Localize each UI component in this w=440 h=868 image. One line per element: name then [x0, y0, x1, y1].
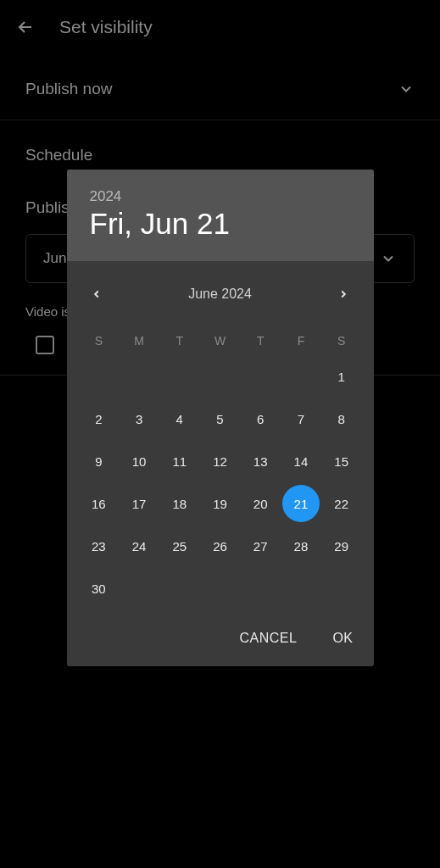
month-nav: June 2024	[67, 261, 374, 312]
day-cell[interactable]: 22	[321, 488, 362, 519]
weekday-label: M	[119, 327, 159, 354]
day-cell[interactable]: 5	[200, 403, 241, 434]
day-cell[interactable]: 16	[79, 488, 120, 519]
day-cell[interactable]: 8	[321, 403, 362, 434]
day-cell[interactable]: 11	[159, 446, 200, 476]
ok-button[interactable]: OK	[332, 631, 353, 646]
year-text[interactable]: 2024	[90, 188, 351, 205]
day-cell[interactable]: 3	[119, 403, 159, 434]
day-cell[interactable]: 2	[79, 403, 120, 434]
day-cell[interactable]: 6	[240, 403, 281, 434]
day-cell[interactable]: 30	[79, 573, 120, 604]
day-cell[interactable]: 17	[119, 488, 159, 519]
date-picker-header: 2024 Fri, Jun 21	[67, 170, 374, 261]
day-cell[interactable]: 26	[200, 531, 241, 561]
day-empty	[119, 361, 159, 392]
day-cell[interactable]: 23	[79, 531, 120, 561]
day-cell[interactable]: 20	[240, 488, 281, 519]
weekdays-row: SMTWTFS	[67, 312, 374, 354]
day-empty	[79, 361, 120, 392]
selected-date-text[interactable]: Fri, Jun 21	[90, 207, 351, 241]
day-cell[interactable]: 12	[200, 446, 241, 476]
day-empty	[240, 361, 281, 392]
date-picker: 2024 Fri, Jun 21 June 2024 SMTWTFS 12345…	[67, 170, 374, 666]
day-cell[interactable]: 24	[119, 531, 159, 561]
weekday-label: S	[321, 327, 362, 354]
weekday-label: S	[79, 327, 120, 354]
month-label: June 2024	[188, 287, 252, 302]
day-cell[interactable]: 19	[200, 488, 241, 519]
day-cell[interactable]: 27	[240, 531, 281, 561]
weekday-label: W	[200, 327, 241, 354]
day-cell[interactable]: 14	[281, 446, 321, 476]
weekday-label: T	[159, 327, 200, 354]
day-cell[interactable]: 18	[159, 488, 200, 519]
day-cell[interactable]: 4	[159, 403, 200, 434]
weekday-label: T	[240, 327, 281, 354]
prev-month-button[interactable]	[86, 283, 108, 305]
day-cell[interactable]: 1	[321, 361, 362, 392]
day-cell[interactable]: 15	[321, 446, 362, 476]
day-empty	[200, 361, 241, 392]
day-cell[interactable]: 9	[79, 446, 120, 476]
day-cell[interactable]: 7	[281, 403, 321, 434]
next-month-button[interactable]	[332, 283, 354, 305]
modal-actions: CANCEL OK	[67, 619, 374, 666]
weekday-label: F	[281, 327, 321, 354]
day-cell[interactable]: 28	[281, 531, 321, 561]
day-empty	[159, 361, 200, 392]
day-cell[interactable]: 21	[281, 488, 321, 519]
days-grid: 1234567891011121314151617181920212223242…	[67, 354, 374, 619]
day-empty	[281, 361, 321, 392]
modal-overlay: 2024 Fri, Jun 21 June 2024 SMTWTFS 12345…	[0, 0, 440, 868]
day-cell[interactable]: 29	[321, 531, 362, 561]
day-cell[interactable]: 10	[119, 446, 159, 476]
cancel-button[interactable]: CANCEL	[239, 631, 297, 646]
day-cell[interactable]: 25	[159, 531, 200, 561]
day-cell[interactable]: 13	[240, 446, 281, 476]
